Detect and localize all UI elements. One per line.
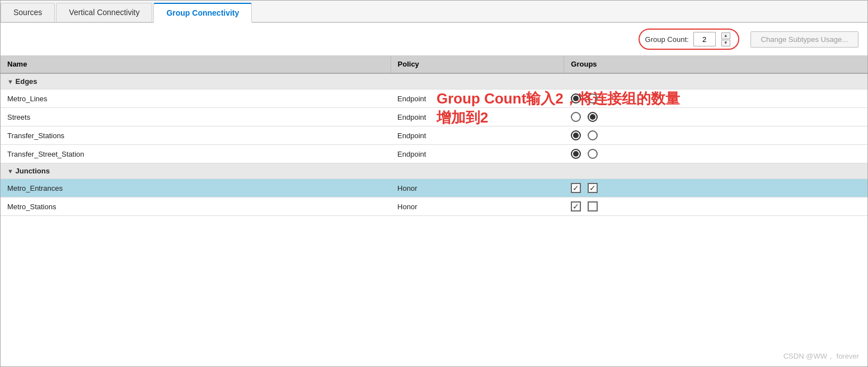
radio-1-transfer-stations[interactable] bbox=[571, 130, 581, 140]
row-groups-metro-lines bbox=[564, 90, 867, 108]
checkbox-2-metro-entrances[interactable]: ✓ bbox=[588, 183, 598, 193]
main-table: Name Policy Groups ▼ Edges bbox=[1, 55, 867, 216]
edges-chevron-icon: ▼ bbox=[7, 78, 13, 85]
group-count-spinner: ▲ ▼ bbox=[721, 32, 730, 46]
change-subtypes-button[interactable]: Change Subtypes Usage... bbox=[750, 31, 858, 48]
table-row-metro-stations: Metro_Stations Honor ✓ bbox=[1, 197, 867, 216]
radio-1-transfer-street-station[interactable] bbox=[571, 149, 581, 159]
row-name-streets: Streets bbox=[1, 108, 391, 126]
content-area: Group Count: ▲ ▼ Change Subtypes Usage..… bbox=[1, 23, 867, 366]
checkbox-group-metro-entrances: ✓ ✓ bbox=[571, 183, 861, 193]
tab-vertical-connectivity[interactable]: Vertical Connectivity bbox=[56, 3, 152, 22]
junctions-chevron-icon: ▼ bbox=[7, 168, 13, 175]
col-header-name: Name bbox=[1, 55, 391, 73]
row-groups-metro-stations: ✓ bbox=[564, 197, 867, 216]
row-groups-transfer-stations bbox=[564, 126, 867, 145]
section-header-edges[interactable]: ▼ Edges bbox=[1, 73, 867, 90]
checkbox-1-metro-entrances[interactable]: ✓ bbox=[571, 183, 581, 193]
radio-2-transfer-stations[interactable] bbox=[588, 130, 598, 140]
radio-1-metro-lines[interactable] bbox=[571, 93, 581, 103]
radio-1-streets[interactable] bbox=[571, 112, 581, 122]
row-name-transfer-street-station: Transfer_Street_Station bbox=[1, 145, 391, 163]
radio-group-metro-lines bbox=[571, 93, 861, 103]
spinner-up-btn[interactable]: ▲ bbox=[721, 32, 730, 39]
toolbar-row: Group Count: ▲ ▼ Change Subtypes Usage..… bbox=[1, 23, 867, 55]
row-policy-metro-entrances: Honor bbox=[391, 179, 564, 197]
radio-2-metro-lines[interactable] bbox=[588, 93, 598, 103]
section-header-junctions[interactable]: ▼ Junctions bbox=[1, 163, 867, 179]
table-row: Streets Endpoint bbox=[1, 108, 867, 126]
radio-2-transfer-street-station[interactable] bbox=[588, 149, 598, 159]
table-row: Transfer_Stations Endpoint bbox=[1, 126, 867, 145]
row-policy-streets: Endpoint bbox=[391, 108, 564, 126]
tab-bar: Sources Vertical Connectivity Group Conn… bbox=[1, 1, 867, 23]
group-count-label: Group Count: bbox=[645, 35, 689, 44]
edges-header-label: Edges bbox=[16, 77, 37, 86]
tab-sources[interactable]: Sources bbox=[1, 3, 55, 22]
row-policy-transfer-stations: Endpoint bbox=[391, 126, 564, 145]
radio-2-streets[interactable] bbox=[588, 112, 598, 122]
row-groups-metro-entrances: ✓ ✓ bbox=[564, 179, 867, 197]
tab-group-connectivity[interactable]: Group Connectivity bbox=[153, 3, 252, 23]
row-name-transfer-stations: Transfer_Stations bbox=[1, 126, 391, 145]
row-policy-metro-stations: Honor bbox=[391, 197, 564, 216]
radio-group-transfer-stations bbox=[571, 130, 861, 140]
row-name-metro-lines: Metro_Lines bbox=[1, 90, 391, 108]
row-policy-transfer-street-station: Endpoint bbox=[391, 145, 564, 163]
table-row-metro-entrances[interactable]: Metro_Entrances Honor ✓ ✓ bbox=[1, 179, 867, 197]
spinner-down-btn[interactable]: ▼ bbox=[721, 40, 730, 46]
checkbox-1-metro-stations[interactable]: ✓ bbox=[571, 201, 581, 211]
table-wrapper: Name Policy Groups ▼ Edges bbox=[1, 55, 867, 366]
checkbox-2-metro-stations[interactable] bbox=[588, 201, 598, 211]
row-name-metro-entrances: Metro_Entrances bbox=[1, 179, 391, 197]
radio-group-transfer-street-station bbox=[571, 149, 861, 159]
row-groups-transfer-street-station bbox=[564, 145, 867, 163]
radio-group-streets bbox=[571, 112, 861, 122]
checkbox-group-metro-stations: ✓ bbox=[571, 201, 861, 211]
col-header-groups: Groups bbox=[564, 55, 867, 73]
row-groups-streets bbox=[564, 108, 867, 126]
row-policy-metro-lines: Endpoint bbox=[391, 90, 564, 108]
junctions-header-label: Junctions bbox=[16, 167, 50, 175]
group-count-area: Group Count: ▲ ▼ bbox=[639, 29, 739, 50]
col-header-policy: Policy bbox=[391, 55, 564, 73]
table-row: Transfer_Street_Station Endpoint bbox=[1, 145, 867, 163]
row-name-metro-stations: Metro_Stations bbox=[1, 197, 391, 216]
table-row: Metro_Lines Endpoint bbox=[1, 90, 867, 108]
group-count-input[interactable] bbox=[693, 32, 716, 46]
